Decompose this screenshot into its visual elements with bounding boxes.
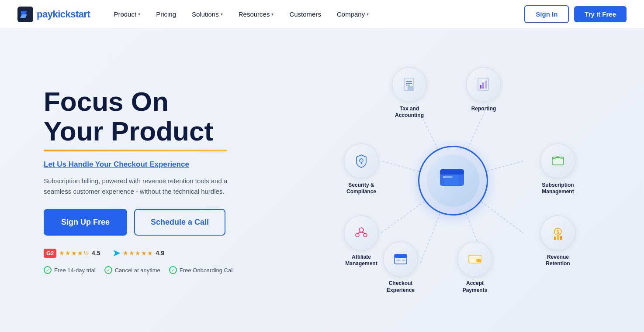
svg-point-26 bbox=[359, 228, 364, 232]
main-content: Focus On Your Product Let Us Handle Your… bbox=[0, 29, 644, 332]
revenue-icon-circle: $ bbox=[540, 216, 575, 250]
svg-rect-17 bbox=[408, 86, 413, 90]
logo-text: paykickstart bbox=[37, 9, 90, 20]
hero-title: Focus On Your Product bbox=[44, 87, 271, 146]
chevron-down-icon: ▾ bbox=[138, 12, 140, 17]
nav-actions: Sign In Try it Free bbox=[524, 5, 627, 23]
security-icon-circle bbox=[344, 144, 379, 178]
accept-label: AcceptPayments bbox=[463, 280, 488, 294]
affiliate-icon-circle bbox=[344, 216, 379, 250]
revenue-label: RevenueRetention bbox=[546, 254, 570, 267]
affiliate-icon bbox=[353, 225, 370, 241]
security-icon bbox=[353, 153, 370, 169]
svg-point-43 bbox=[478, 259, 481, 262]
capterra-rating: ➤ ★★★★★ 4.9 bbox=[113, 248, 164, 258]
g2-stars: ★★★★½ bbox=[59, 250, 89, 257]
checkout-icon bbox=[392, 251, 409, 267]
node-checkout: CheckoutExperience bbox=[383, 242, 418, 294]
payment-card-icon bbox=[438, 168, 468, 192]
nav-item-customers[interactable]: Customers bbox=[283, 7, 327, 21]
tax-label: Tax andAccounting bbox=[395, 106, 424, 119]
node-reporting: Reporting bbox=[466, 67, 501, 113]
svg-rect-38 bbox=[396, 260, 401, 261]
security-label: Security &Compliance bbox=[346, 182, 376, 195]
svg-rect-12 bbox=[444, 175, 458, 185]
checkout-label: CheckoutExperience bbox=[387, 280, 415, 294]
nav-item-solutions[interactable]: Solutions ▾ bbox=[186, 7, 229, 21]
trust-item-cancel: ✓ Cancel at anytime bbox=[104, 266, 160, 274]
tax-icon bbox=[401, 76, 418, 93]
trust-badges: ✓ Free 14-day trial ✓ Cancel at anytime … bbox=[44, 266, 271, 274]
svg-rect-37 bbox=[395, 254, 407, 258]
nav-item-company[interactable]: Company ▾ bbox=[331, 7, 375, 21]
try-free-button[interactable]: Try it Free bbox=[574, 6, 627, 22]
svg-line-30 bbox=[361, 232, 365, 233]
check-icon: ✓ bbox=[44, 266, 52, 274]
chevron-down-icon: ▾ bbox=[367, 12, 369, 17]
node-accept: AcceptPayments bbox=[457, 242, 492, 294]
trust-item-onboarding: ✓ Free Onboarding Call bbox=[169, 266, 234, 274]
checkout-icon-circle bbox=[383, 242, 418, 277]
svg-line-29 bbox=[357, 232, 361, 233]
accept-icon-circle bbox=[457, 242, 492, 277]
nav-item-product[interactable]: Product ▾ bbox=[107, 7, 146, 21]
g2-score: 4.5 bbox=[92, 250, 100, 257]
subscription-label: SubscriptionManagement bbox=[542, 182, 574, 195]
nav-item-pricing[interactable]: Pricing bbox=[150, 7, 182, 21]
capterra-stars: ★★★★★ bbox=[123, 250, 153, 257]
svg-rect-39 bbox=[402, 260, 405, 261]
svg-rect-33 bbox=[554, 236, 556, 240]
signin-button[interactable]: Sign In bbox=[524, 5, 569, 23]
affiliate-label: AffiliateManagement bbox=[345, 254, 377, 267]
schedule-button[interactable]: Schedule a Call bbox=[134, 209, 225, 236]
svg-point-28 bbox=[364, 233, 367, 237]
node-revenue: $ RevenueRetention bbox=[540, 216, 575, 267]
node-subscription: SubscriptionManagement bbox=[540, 144, 575, 195]
logo[interactable]: paykickstart bbox=[17, 7, 90, 22]
svg-rect-21 bbox=[485, 81, 487, 89]
reporting-label: Reporting bbox=[471, 106, 496, 113]
capterra-icon: ➤ bbox=[113, 248, 120, 258]
center-inner bbox=[427, 154, 479, 207]
node-security: Security &Compliance bbox=[344, 144, 379, 195]
feature-diagram: Tax andAccounting Reporting bbox=[339, 58, 567, 303]
g2-badge: G2 bbox=[44, 249, 56, 258]
title-underline bbox=[44, 150, 227, 151]
svg-rect-35 bbox=[560, 236, 562, 240]
node-tax: Tax andAccounting bbox=[392, 67, 427, 119]
hero-buttons: Sign Up Free Schedule a Call bbox=[44, 209, 271, 236]
ratings-section: G2 ★★★★½ 4.5 ➤ ★★★★★ 4.9 bbox=[44, 248, 271, 258]
hero-diagram: Tax andAccounting Reporting bbox=[297, 54, 609, 307]
reporting-icon bbox=[475, 76, 492, 93]
chevron-down-icon: ▾ bbox=[221, 12, 223, 17]
svg-point-27 bbox=[356, 233, 359, 237]
svg-rect-34 bbox=[557, 235, 559, 240]
subscription-icon bbox=[550, 153, 566, 169]
svg-text:$: $ bbox=[557, 229, 559, 235]
node-affiliate: AffiliateManagement bbox=[344, 216, 379, 267]
tax-icon-circle bbox=[392, 67, 427, 102]
chevron-down-icon: ▾ bbox=[271, 12, 274, 17]
hero-section: Focus On Your Product Let Us Handle Your… bbox=[44, 87, 271, 274]
check-icon: ✓ bbox=[104, 266, 112, 274]
signup-button[interactable]: Sign Up Free bbox=[44, 209, 127, 236]
nav-links: Product ▾ Pricing Solutions ▾ Resources … bbox=[107, 7, 524, 21]
revenue-icon: $ bbox=[550, 225, 566, 241]
svg-rect-20 bbox=[482, 82, 484, 89]
reporting-icon-circle bbox=[466, 67, 501, 102]
svg-point-25 bbox=[557, 156, 559, 158]
g2-rating: G2 ★★★★½ 4.5 bbox=[44, 249, 100, 258]
subscription-icon-circle bbox=[540, 144, 575, 178]
hero-description: Subscription billing, powered with reven… bbox=[44, 176, 253, 197]
check-icon: ✓ bbox=[169, 266, 177, 274]
nav-item-resources[interactable]: Resources ▾ bbox=[232, 7, 280, 21]
center-circle bbox=[418, 146, 488, 216]
svg-rect-10 bbox=[440, 169, 464, 175]
hero-subtitle: Let Us Handle Your Checkout Experience bbox=[44, 160, 271, 169]
capterra-score: 4.9 bbox=[156, 250, 164, 257]
svg-rect-19 bbox=[480, 85, 481, 89]
navbar: paykickstart Product ▾ Pricing Solutions… bbox=[0, 0, 644, 29]
trust-item-trial: ✓ Free 14-day trial bbox=[44, 266, 96, 274]
accept-payments-icon bbox=[467, 251, 483, 267]
